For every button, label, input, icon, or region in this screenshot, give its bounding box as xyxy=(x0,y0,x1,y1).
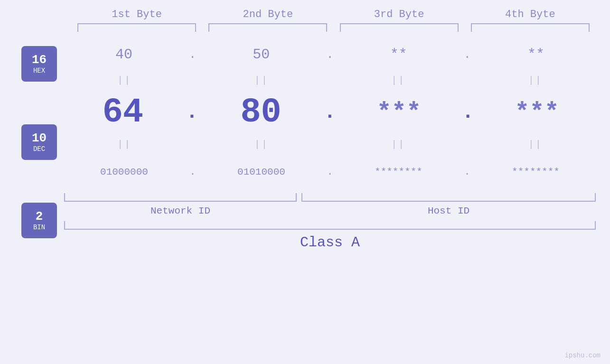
eq-2-3: || xyxy=(344,139,453,150)
hex-row: 40 . 50 . ** . ** xyxy=(64,37,596,72)
dec-row: 64 . 80 . *** . *** xyxy=(64,89,596,136)
dec-sep-1: . xyxy=(186,101,198,124)
bottom-brackets xyxy=(64,193,596,202)
bin-sep-3: . xyxy=(464,166,470,178)
hex-badge: 16 HEX xyxy=(21,46,57,82)
bin-val-3: ******** xyxy=(375,167,422,177)
dec-sep-3: . xyxy=(462,101,474,124)
id-labels-row: Network ID Host ID xyxy=(64,205,596,216)
class-bracket xyxy=(64,221,596,230)
eq-1-4: || xyxy=(481,75,590,86)
dec-badge: 10 DEC xyxy=(21,124,57,160)
bracket-2 xyxy=(208,23,327,32)
bin-val-2: 01010000 xyxy=(237,167,285,177)
network-id-label: Network ID xyxy=(64,205,297,216)
bin-val-4: ******** xyxy=(512,167,560,177)
bin-sep-1: . xyxy=(189,166,196,178)
eq-2-4: || xyxy=(481,139,590,150)
eq-1-3: || xyxy=(344,75,453,86)
class-label: Class A xyxy=(64,234,596,251)
hex-val-4: ** xyxy=(527,47,544,63)
bracket-4 xyxy=(471,23,590,32)
watermark: ipshu.com xyxy=(564,352,601,359)
host-id-label: Host ID xyxy=(301,205,596,216)
top-brackets xyxy=(0,23,610,32)
network-bracket xyxy=(64,193,297,202)
dec-val-3: *** xyxy=(377,99,422,127)
bin-row: 01000000 . 01010000 . ******** . *******… xyxy=(64,153,596,191)
dec-val-4: *** xyxy=(515,99,559,127)
byte-header-4: 4th Byte xyxy=(471,9,590,20)
byte-header-3: 3rd Byte xyxy=(340,9,459,20)
bin-badge: 2 BIN xyxy=(21,203,57,238)
byte-headers-row: 1st Byte 2nd Byte 3rd Byte 4th Byte xyxy=(0,9,610,20)
bin-sep-2: . xyxy=(327,166,333,178)
byte-header-1: 1st Byte xyxy=(77,9,196,20)
hex-val-3: ** xyxy=(390,47,407,63)
dec-val-2: 80 xyxy=(240,93,281,132)
left-badges: 16 HEX 10 DEC 2 BIN xyxy=(0,37,64,364)
eq-2-2: || xyxy=(207,139,316,150)
equals-row-1: || || || || xyxy=(64,72,596,89)
hex-sep-2: . xyxy=(326,47,334,62)
eq-1-1: || xyxy=(70,75,179,86)
main-container: 1st Byte 2nd Byte 3rd Byte 4th Byte 16 H… xyxy=(0,0,610,364)
hex-sep-3: . xyxy=(464,47,471,62)
byte-header-2: 2nd Byte xyxy=(208,9,327,20)
equals-row-2: || || || || xyxy=(64,136,596,153)
host-bracket xyxy=(301,193,596,202)
eq-1-2: || xyxy=(207,75,316,86)
hex-sep-1: . xyxy=(189,47,197,62)
hex-val-2: 50 xyxy=(253,47,270,63)
dec-val-1: 64 xyxy=(103,93,143,132)
eq-2-1: || xyxy=(70,139,179,150)
bracket-1 xyxy=(77,23,196,32)
hex-val-1: 40 xyxy=(115,47,132,63)
bracket-3 xyxy=(340,23,459,32)
bin-val-1: 01000000 xyxy=(100,167,148,177)
dec-sep-2: . xyxy=(324,101,336,124)
